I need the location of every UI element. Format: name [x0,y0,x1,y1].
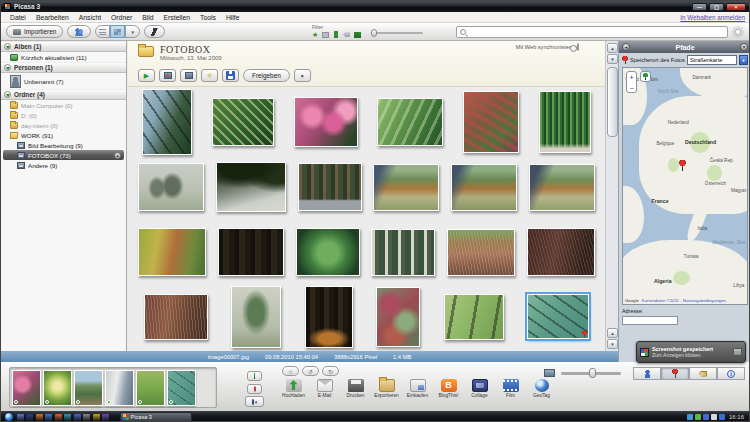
quick-launch-icon[interactable] [55,414,62,421]
sidebar-item[interactable]: Unbenannt (7) [1,73,126,89]
slideshow-play-button[interactable]: ▶ [138,69,155,82]
shop-button[interactable]: Einkaufen [403,379,432,398]
filter-person-icon[interactable] [333,31,339,38]
photo-dark-forest-fern[interactable] [305,286,353,348]
photo-autumn-meadow[interactable] [138,228,206,276]
photo-birch-trunks[interactable] [371,229,435,276]
photo-pine-tree[interactable] [231,286,281,348]
disclosure-icon[interactable] [4,91,11,98]
quick-launch-icon[interactable] [74,414,81,421]
web-sync-toggle[interactable] [577,43,579,51]
geotag-button[interactable]: GeoTag [527,379,556,398]
clear-selection-button[interactable] [247,384,262,394]
quick-launch-icon[interactable] [17,414,24,421]
photo-nursery-rows-3[interactable] [529,164,595,211]
systray-icon[interactable] [703,414,709,420]
search-input[interactable] [469,28,724,37]
photo-nursery-rows-2[interactable] [451,164,517,211]
systray-icon[interactable] [711,414,717,420]
photo-green-fern[interactable] [296,228,360,276]
quick-launch-icon[interactable] [36,414,43,421]
tray-pink-flowers[interactable] [12,370,41,406]
share-dropdown-button[interactable]: ▼ [294,69,311,82]
collapse-badge[interactable]: ▲ [114,152,121,159]
map-attribution-links[interactable]: Kartendaten ©2011 - Nutzungsbedingungen [642,298,726,303]
share-button[interactable]: Freigeben [243,69,290,82]
print-button[interactable]: Drucken [341,379,370,398]
places-close-button[interactable]: × [740,43,748,51]
menu-bild[interactable]: Bild [137,14,158,21]
rotate-right-button[interactable]: ↻ [322,366,339,376]
photo-mossy-bark[interactable] [376,287,420,347]
tray-park-tree[interactable] [74,370,103,406]
sidebar-item[interactable]: day-intern (0) [1,120,126,130]
sidebar-item[interactable]: Kürzlich aktualisiert (11) [1,52,126,62]
people-panel-toggle[interactable] [633,367,661,380]
photo-green-shrub-leaves[interactable] [377,98,443,146]
filter-photo-icon[interactable] [322,32,329,38]
menu-hilfe[interactable]: Hilfe [221,14,245,21]
menu-datei[interactable]: Datei [5,14,31,21]
sidebar-item[interactable]: FOTOBOX (73)▲ [3,150,124,160]
tray-fish[interactable] [167,370,196,406]
map-type-dropdown-arrow[interactable]: ▼ [739,55,748,65]
upload-button[interactable]: Hochladen [279,379,308,398]
maximize-button[interactable]: ▢ [709,3,724,11]
scrollbar-thumb[interactable] [607,67,618,137]
tray-street[interactable] [105,370,134,406]
photo-location-pin[interactable] [679,160,686,171]
vertical-scrollbar[interactable]: ▲ ▼ ▲ ▼ [605,41,618,351]
photo-red-brown-brush[interactable] [144,294,208,340]
sidebar-section-header[interactable]: Ordner (4) [1,89,126,100]
view-options-dropdown[interactable]: ▾ [125,25,140,38]
properties-panel-toggle[interactable] [717,367,745,380]
map-type-select[interactable]: Straßenkarte [687,55,737,65]
scroll-up-page-button[interactable]: ▼ [607,54,618,64]
scroll-down-button[interactable]: ▼ [607,339,618,349]
export-button[interactable]: Exportieren [372,379,401,398]
address-input[interactable] [622,316,678,325]
people-view-button[interactable] [67,25,91,38]
filter-movie-icon[interactable] [354,32,361,38]
gear-icon[interactable] [733,27,743,37]
disclosure-icon[interactable] [4,43,11,50]
quick-launch-icon[interactable] [83,414,90,421]
photo-forest-trunks-road[interactable] [298,163,362,211]
disclosure-icon[interactable] [4,64,11,71]
blogger-button[interactable]: BlogThis! [434,379,463,398]
notification-popup[interactable]: Screenshot gespeichert Zum Anzeigen klic… [636,341,746,363]
photo-foggy-meadow-trees[interactable] [138,163,204,211]
map-zoom-control[interactable]: +− [626,71,637,93]
sidebar-item[interactable]: Bild Bearbeitung (9) [1,140,126,150]
photo-red-grass-field[interactable] [447,229,515,276]
minimize-button[interactable]: — [692,3,707,11]
grid-view-button[interactable] [110,25,125,38]
scroll-up-button[interactable]: ▲ [607,43,618,53]
tray-grass[interactable] [136,370,165,406]
hold-selection-button[interactable] [247,371,262,381]
sidebar-item[interactable]: Main Computer (0) [1,100,126,110]
places-panel-toggle[interactable] [661,367,689,380]
thumbnail-zoom-slider[interactable] [561,372,621,375]
zoom-slider-knob[interactable] [589,368,596,378]
star-button[interactable]: ★ [201,69,218,82]
menu-bearbeiten[interactable]: Bearbeiten [31,14,74,21]
webalben-signin-link[interactable]: In Webalben anmelden [680,14,745,21]
map-place-pin-button[interactable] [640,71,651,82]
quick-launch-icon[interactable] [26,414,33,421]
import-button[interactable]: Importieren [6,25,63,38]
photo-variegated-leaves[interactable] [212,98,274,146]
photo-fish-swarm[interactable] [527,294,589,339]
sidebar-section-header[interactable]: Personen (1) [1,62,126,73]
list-view-button[interactable] [95,25,110,38]
photo-collage-button[interactable] [180,69,197,82]
systray-icon[interactable] [719,414,725,420]
photo-red-green-bush[interactable] [463,91,519,153]
quick-launch-icon[interactable] [64,414,71,421]
photo-nursery-rows-1[interactable] [373,164,439,211]
quick-launch-icon[interactable] [102,414,109,421]
quick-launch-icon[interactable] [93,414,100,421]
collage-button[interactable]: Collage [465,379,494,398]
tags-panel-toggle[interactable] [689,367,717,380]
filter-star-icon[interactable]: ★ [312,31,318,38]
